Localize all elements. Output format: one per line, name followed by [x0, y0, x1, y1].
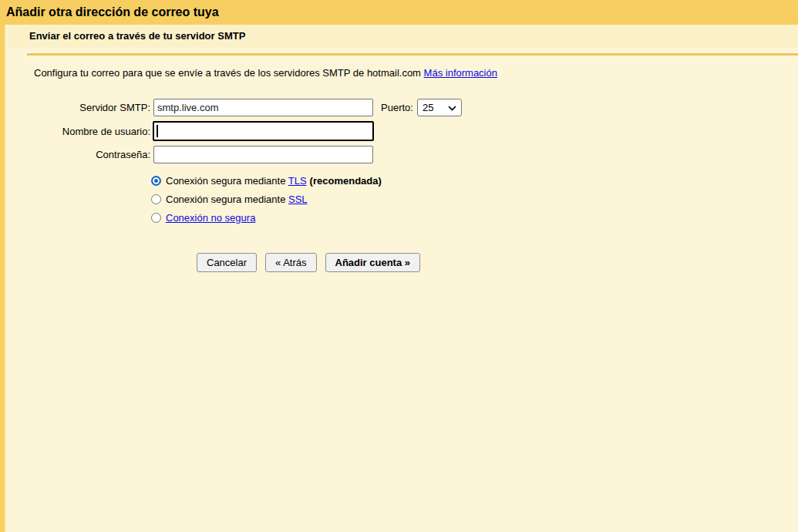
- radio-row-unsecured: Conexión no segura: [151, 208, 798, 227]
- add-account-button[interactable]: Añadir cuenta »: [325, 253, 421, 272]
- intro-text-body: Configura tu correo para que se envíe a …: [34, 67, 421, 79]
- ssl-radio[interactable]: [151, 194, 161, 204]
- unsecured-radio[interactable]: [151, 213, 161, 223]
- tls-radio[interactable]: [151, 176, 161, 186]
- chevron-down-icon: [448, 102, 456, 113]
- button-row: Cancelar « Atrás Añadir cuenta »: [197, 253, 798, 272]
- cancel-button[interactable]: Cancelar: [197, 253, 257, 272]
- dialog-titlebar: Añadir otra dirección de correo tuya: [0, 0, 798, 25]
- password-input[interactable]: [153, 146, 373, 163]
- smtp-server-row: Servidor SMTP: Puerto: 25: [34, 99, 798, 116]
- intro-text: Configura tu correo para que se envíe a …: [34, 67, 798, 79]
- port-select-value: 25: [423, 102, 433, 113]
- password-row: Contraseña:: [34, 146, 798, 163]
- username-input[interactable]: [153, 121, 374, 141]
- password-label: Contraseña:: [34, 149, 151, 160]
- step-header-label: Enviar el correo a través de tu servidor…: [29, 30, 245, 42]
- dialog-content: Enviar el correo a través de tu servidor…: [8, 25, 798, 272]
- ssl-link[interactable]: SSL: [288, 194, 308, 205]
- tls-radio-label: Conexión segura mediante TLS(recomendada…: [166, 175, 382, 187]
- gold-divider: [27, 52, 798, 56]
- dialog-title: Añadir otra dirección de correo tuya: [6, 5, 219, 19]
- smtp-server-label: Servidor SMTP:: [34, 102, 151, 113]
- username-input-wrapper: [153, 121, 374, 141]
- smtp-form: Servidor SMTP: Puerto: 25 Nombre de usua…: [34, 99, 798, 272]
- more-info-link[interactable]: Más información: [424, 67, 497, 79]
- step-header: Enviar el correo a través de tu servidor…: [8, 25, 798, 48]
- username-row: Nombre de usuario:: [34, 121, 798, 141]
- unsecured-link[interactable]: Conexión no segura: [166, 212, 255, 224]
- text-caret: [157, 125, 158, 137]
- port-select[interactable]: 25: [417, 99, 462, 116]
- ssl-radio-label: Conexión segura mediante SSL: [166, 194, 308, 205]
- port-label: Puerto:: [381, 102, 413, 113]
- username-label: Nombre de usuario:: [34, 126, 151, 137]
- connection-options: Conexión segura mediante TLS(recomendada…: [151, 171, 798, 227]
- smtp-server-input[interactable]: [153, 99, 373, 116]
- back-button[interactable]: « Atrás: [265, 253, 316, 272]
- left-gold-strip: [0, 0, 6, 532]
- radio-row-ssl: Conexión segura mediante SSL: [151, 190, 798, 208]
- unsecured-radio-label: Conexión no segura: [166, 212, 255, 224]
- tls-link[interactable]: TLS: [288, 175, 307, 187]
- radio-row-tls: Conexión segura mediante TLS(recomendada…: [151, 171, 798, 190]
